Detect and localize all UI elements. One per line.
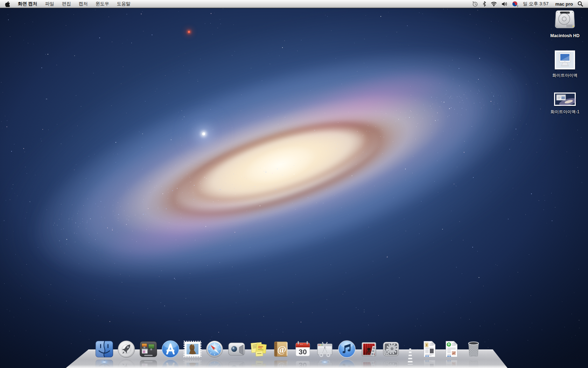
dock-item-document-2[interactable] <box>442 340 461 358</box>
dock-item-system-preferences[interactable] <box>382 340 400 358</box>
hard-drive-icon <box>554 9 576 30</box>
bluetooth-icon <box>483 1 486 7</box>
vignette <box>0 0 588 368</box>
svg-text:@: @ <box>277 344 286 355</box>
image-file-icon <box>554 93 576 106</box>
input-source-menu[interactable]: 2 <box>512 1 518 7</box>
apple-icon <box>5 1 10 7</box>
itunes-icon <box>338 340 356 358</box>
dock-item-launchpad[interactable] <box>117 340 135 358</box>
dock-item-itunes[interactable] <box>338 340 356 358</box>
wifi-menu[interactable] <box>491 1 497 6</box>
separator-dashes <box>408 348 413 364</box>
dock-separator <box>404 340 416 358</box>
volume-menu[interactable] <box>502 1 507 7</box>
stickies-icon <box>250 340 268 358</box>
address-book-icon: @ <box>272 340 290 358</box>
trash-icon <box>464 340 483 358</box>
bluetooth-menu[interactable] <box>483 1 486 7</box>
dock-item-finder[interactable] <box>95 340 113 358</box>
spotlight-menu[interactable] <box>578 1 583 7</box>
dock-item-mission-control[interactable] <box>139 340 158 358</box>
desktop-wallpaper <box>0 0 588 368</box>
app-menu-title[interactable]: 화면 캡처 <box>14 1 41 7</box>
svg-text:30: 30 <box>299 348 307 356</box>
photo-booth-icon <box>360 340 378 358</box>
dock-item-safari[interactable] <box>205 340 224 358</box>
svg-text:2: 2 <box>517 5 518 7</box>
system-preferences-icon <box>382 340 400 358</box>
menu-help[interactable]: 도움말 <box>113 0 134 8</box>
menu-bar: 화면 캡처 파일 편집 캡처 윈도우 도움말 <box>0 0 588 8</box>
dock-item-address-book[interactable]: @ <box>272 340 290 358</box>
facetime-icon <box>227 340 246 358</box>
apple-menu[interactable] <box>5 1 10 7</box>
time-machine-icon <box>472 1 478 7</box>
menu-bar-status: 2 일 오후 3:57 mac pro <box>472 0 588 8</box>
dock-item-grab[interactable] <box>316 340 334 358</box>
dock: @ 30 <box>95 340 483 358</box>
safari-icon <box>205 340 224 358</box>
desktop-icon-white-imac[interactable]: 화이트아이맥 <box>544 50 586 79</box>
running-indicator <box>102 361 107 363</box>
desktop-icon-label: 화이트아이맥-1 <box>544 109 586 115</box>
volume-icon <box>502 1 507 7</box>
spotlight-icon <box>578 1 583 7</box>
time-machine-menu[interactable] <box>472 1 478 7</box>
dock-item-app-store[interactable] <box>161 340 180 358</box>
mail-icon <box>183 340 202 358</box>
korean-flag-input-icon: 2 <box>512 1 518 7</box>
menu-bar-clock[interactable]: 일 오후 3:57 <box>523 1 548 7</box>
desktop-icon-white-imac-1[interactable]: 화이트아이맥-1 <box>544 93 586 115</box>
dock-item-facetime[interactable] <box>227 340 246 358</box>
fast-user-switching-menu[interactable]: mac pro <box>555 1 573 7</box>
dock-item-ical[interactable]: 30 <box>294 340 312 358</box>
grab-icon <box>316 340 334 358</box>
app-store-icon <box>161 340 180 358</box>
image-file-icon <box>555 50 575 69</box>
finder-icon <box>95 340 113 358</box>
desktop-icon-macintosh-hd[interactable]: Macintosh HD <box>544 9 586 38</box>
dock-item-photo-booth[interactable] <box>360 340 378 358</box>
desktop-icon-label: 화이트아이맥 <box>544 73 586 79</box>
document-icon <box>420 340 439 358</box>
menu-edit[interactable]: 편집 <box>58 0 75 8</box>
document-icon <box>442 340 461 358</box>
launchpad-icon <box>117 340 135 358</box>
menu-capture[interactable]: 캡처 <box>75 0 92 8</box>
wifi-icon <box>491 1 497 6</box>
dock-item-mail[interactable] <box>183 340 202 358</box>
desktop-screen: { "menu_bar": { "apple_icon": "apple-ico… <box>0 0 588 368</box>
menu-bar-left: 화면 캡처 파일 편집 캡처 윈도우 도움말 <box>0 0 134 8</box>
ical-icon: 30 <box>294 340 312 358</box>
dock-item-document-1[interactable] <box>420 340 439 358</box>
desktop-icon-label: Macintosh HD <box>544 33 586 38</box>
dock-item-stickies[interactable] <box>250 340 268 358</box>
menu-file[interactable]: 파일 <box>41 0 58 8</box>
mission-control-icon <box>139 340 158 358</box>
dock-item-trash[interactable] <box>464 340 483 358</box>
running-indicator <box>322 361 328 363</box>
menu-window[interactable]: 윈도우 <box>92 0 113 8</box>
